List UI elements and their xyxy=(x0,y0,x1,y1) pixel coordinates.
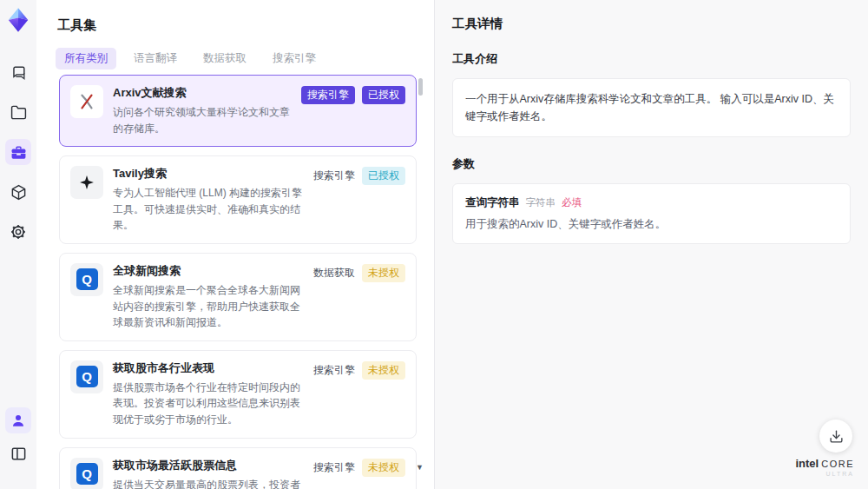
intro-card: 一个用于从Arxiv存储库搜索科学论文和文章的工具。 输入可以是Arxiv ID… xyxy=(452,78,851,137)
tool-card-global-news[interactable]: Q 全球新闻搜索 全球新闻搜索是一个聚合全球各大新闻网站内容的搜索引擎，帮助用户… xyxy=(59,253,417,341)
ultra-label: ULTRA xyxy=(795,471,854,477)
news-search-icon: Q xyxy=(70,263,103,296)
sidebar-item-panel-toggle[interactable] xyxy=(5,440,31,466)
param-required-flag: 必填 xyxy=(562,196,582,209)
category-label: 搜索引擎 xyxy=(313,459,355,477)
arxiv-icon xyxy=(70,85,103,118)
tool-details-panel: 工具详情 工具介绍 一个用于从Arxiv存储库搜索科学论文和文章的工具。 输入可… xyxy=(434,0,868,489)
core-wordmark: CORE xyxy=(821,459,854,469)
sidebar-item-tools[interactable] xyxy=(5,139,31,165)
tool-card-arxiv[interactable]: Arxiv文献搜索 访问各个研究领域大量科学论文和文章的存储库。 搜索引擎 已授… xyxy=(59,75,417,147)
chat-icon xyxy=(10,64,27,81)
tool-card-active-stocks[interactable]: Q 获取市场最活跃股票信息 提供当天交易量最高的股票列表，投资者可以利用这些信息… xyxy=(59,447,417,489)
left-rail xyxy=(0,0,36,489)
download-button[interactable] xyxy=(819,420,852,453)
settings-icon xyxy=(10,223,27,241)
stock-sector-icon: Q xyxy=(70,360,103,393)
tool-desc: 专为人工智能代理 (LLM) 构建的搜索引擎工具。可快速提供实时、准确和真实的结… xyxy=(113,185,304,234)
scrollbar-thumb[interactable] xyxy=(418,78,423,96)
sidebar-item-account[interactable] xyxy=(5,407,31,433)
tool-card-tavily[interactable]: Tavily搜索 专为人工智能代理 (LLM) 构建的搜索引擎工具。可快速提供实… xyxy=(59,155,417,244)
tool-card-sector-performance[interactable]: Q 获取股市各行业表现 提供股票市场各个行业在特定时间段内的表现。投资者可以利用… xyxy=(59,350,417,439)
tool-desc: 提供股票市场各个行业在特定时间段内的表现。投资者可以利用这些信息来识别表现优于或… xyxy=(113,380,304,428)
category-badge: 搜索引擎 xyxy=(301,86,355,104)
tool-name: Arxiv文献搜索 xyxy=(113,85,292,101)
tab-data-fetch[interactable]: 数据获取 xyxy=(194,48,255,69)
tool-desc: 访问各个研究领域大量科学论文和文章的存储库。 xyxy=(113,104,292,136)
intel-wordmark: intel xyxy=(795,457,819,470)
tab-search-engine[interactable]: 搜索引擎 xyxy=(264,48,325,69)
sidebar-item-settings[interactable] xyxy=(5,219,31,245)
intro-heading: 工具介绍 xyxy=(452,51,851,67)
sidebar-item-packages[interactable] xyxy=(5,179,31,205)
param-desc: 用于搜索的Arxiv ID、关键字或作者姓名。 xyxy=(465,217,838,232)
panel-toggle-icon xyxy=(10,446,27,462)
active-stocks-icon: Q xyxy=(70,458,103,489)
app-logo-icon[interactable] xyxy=(5,7,31,33)
sidebar-item-chat[interactable] xyxy=(5,59,31,85)
intel-core-logo: intel CORE ULTRA xyxy=(795,457,854,477)
category-label: 数据获取 xyxy=(313,264,355,282)
download-icon xyxy=(829,429,844,444)
cube-icon xyxy=(10,184,27,201)
sidebar-item-files[interactable] xyxy=(5,99,31,125)
folder-icon xyxy=(10,104,27,121)
auth-badge: 未授权 xyxy=(362,459,405,477)
category-label: 搜索引擎 xyxy=(313,167,355,185)
list-scrollbar[interactable]: ▼ xyxy=(418,76,424,484)
category-label: 搜索引擎 xyxy=(313,361,355,380)
details-title: 工具详情 xyxy=(452,16,851,32)
params-heading: 参数 xyxy=(452,156,851,172)
tool-name: 获取市场最活跃股票信息 xyxy=(113,458,304,473)
scrollbar-down-arrow[interactable]: ▼ xyxy=(416,463,424,472)
tab-translation[interactable]: 语言翻译 xyxy=(125,48,186,69)
auth-badge: 已授权 xyxy=(362,86,405,104)
tool-list-panel: 工具集 所有类别 语言翻译 数据获取 搜索引擎 Arxiv文献搜索 访问各个研究… xyxy=(36,0,434,489)
tool-desc: 全球新闻搜索是一个聚合全球各大新闻网站内容的搜索引擎，帮助用户快速获取全球最新资… xyxy=(113,282,304,331)
param-type: 字符串 xyxy=(526,196,556,209)
page-title: 工具集 xyxy=(36,0,434,34)
tool-name: Tavily搜索 xyxy=(113,166,304,182)
tool-name: 获取股市各行业表现 xyxy=(113,360,304,376)
param-card: 查询字符串 字符串 必填 用于搜索的Arxiv ID、关键字或作者姓名。 xyxy=(452,183,851,244)
tavily-star-icon xyxy=(70,166,103,199)
auth-badge: 已授权 xyxy=(362,167,405,185)
auth-badge: 未授权 xyxy=(362,264,405,282)
param-name: 查询字符串 xyxy=(465,195,520,210)
tool-list: Arxiv文献搜索 访问各个研究领域大量科学论文和文章的存储库。 搜索引擎 已授… xyxy=(59,75,417,489)
category-tabs: 所有类别 语言翻译 数据获取 搜索引擎 xyxy=(36,34,434,78)
toolbox-icon xyxy=(10,144,27,161)
tool-desc: 提供当天交易量最高的股票列表，投资者可以利用这些信息来识别流动性强的股票和潜在的… xyxy=(113,477,304,489)
user-icon xyxy=(10,413,26,428)
tab-all-categories[interactable]: 所有类别 xyxy=(56,48,116,69)
auth-badge: 未授权 xyxy=(362,361,405,380)
tool-name: 全球新闻搜索 xyxy=(113,263,304,279)
